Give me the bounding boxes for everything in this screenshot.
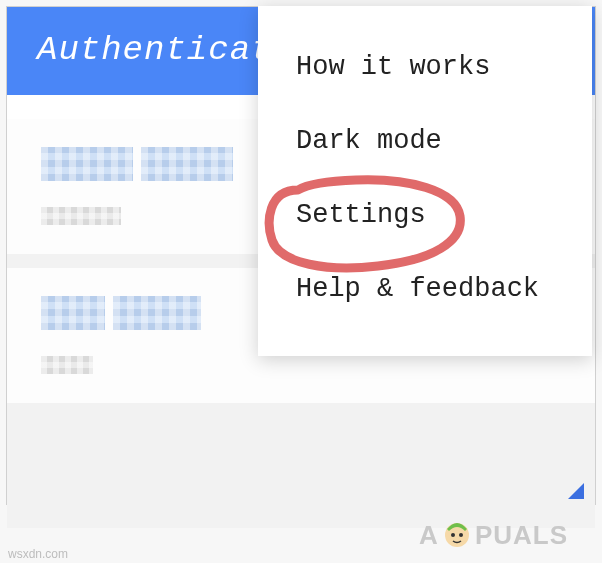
watermark: A PUALS [419,507,568,563]
overflow-menu: How it works Dark mode Settings Help & f… [258,6,592,356]
watermark-prefix: A [419,520,439,551]
resize-corner-icon [568,483,584,499]
account-label-obscured [41,207,121,225]
svg-point-2 [459,533,463,537]
menu-item-how-it-works[interactable]: How it works [258,30,592,104]
menu-item-dark-mode[interactable]: Dark mode [258,104,592,178]
watermark-suffix: PUALS [475,520,568,551]
menu-item-help-feedback[interactable]: Help & feedback [258,252,592,326]
menu-item-settings[interactable]: Settings [258,178,592,252]
source-label: wsxdn.com [8,547,68,561]
svg-point-1 [451,533,455,537]
mascot-icon [441,519,473,551]
account-label-obscured [41,356,93,374]
